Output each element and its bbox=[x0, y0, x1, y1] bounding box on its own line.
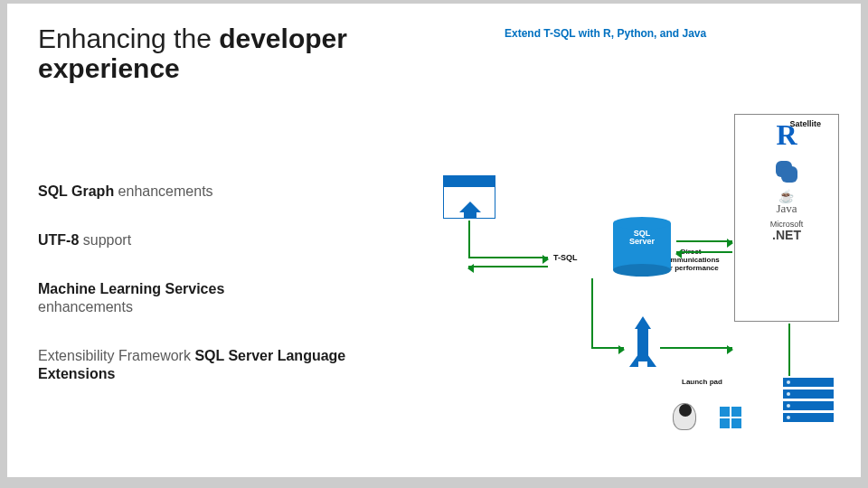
bullet-extensibility: Extensibility Framework SQL Server Langu… bbox=[38, 347, 373, 383]
sql-server-cylinder-icon: SQL Server bbox=[613, 217, 671, 277]
arrow-sql-to-dashboard bbox=[468, 266, 548, 267]
arrow-satellite-to-sql bbox=[676, 251, 732, 253]
arrow-sql-to-launchpad bbox=[591, 347, 624, 349]
bullet-sql-graph: SQL Graph enhancements bbox=[38, 183, 373, 201]
bullet-ml-services: Machine Learning Services enhancements bbox=[38, 280, 373, 316]
tsql-label: T-SQL bbox=[553, 253, 578, 262]
java-logo-icon: ☕ Java bbox=[776, 192, 797, 213]
bullet-text: support bbox=[79, 232, 131, 248]
bullet-bold: UTF-8 bbox=[38, 232, 79, 248]
bullet-bold: SQL Graph bbox=[38, 183, 114, 199]
left-column: Enhancing the developer experience SQL G… bbox=[38, 23, 373, 414]
rocket-icon bbox=[629, 316, 656, 378]
bullet-text: Extensibility Framework bbox=[38, 348, 194, 363]
linux-tux-icon bbox=[673, 403, 696, 430]
arrow-sql-to-satellite bbox=[676, 240, 732, 242]
diagram-subtitle: Extend T-SQL with R, Python, and Java bbox=[505, 27, 706, 40]
language-column: R ☕ Java Microsoft .NET bbox=[735, 115, 838, 241]
satellite-box: R ☕ Java Microsoft .NET bbox=[734, 114, 839, 322]
arrow-dashboard-to-sql bbox=[468, 257, 548, 258]
dotnet-logo-icon: Microsoft .NET bbox=[770, 221, 804, 241]
r-logo-icon: R bbox=[776, 118, 797, 152]
dotnet-big: .NET bbox=[770, 229, 804, 241]
dashboard-icon bbox=[443, 175, 495, 219]
server-rack-icon bbox=[783, 378, 834, 427]
slide: Enhancing the developer experience SQL G… bbox=[7, 4, 861, 477]
bullet-text: enhancements bbox=[38, 299, 133, 314]
sql-server-label: SQL Server bbox=[613, 230, 671, 247]
bullet-text: enhancements bbox=[114, 183, 212, 199]
diagram-area: Extend T-SQL with R, Python, and Java Sa… bbox=[387, 23, 848, 457]
bullet-list: SQL Graph enhancements UTF-8 support Mac… bbox=[38, 183, 373, 383]
title-line-1: Enhancing the bbox=[38, 23, 212, 53]
slide-title: Enhancing the developer experience bbox=[38, 23, 373, 83]
arrow-launchpad-to-satellite bbox=[660, 347, 732, 349]
launchpad-label: Launch pad bbox=[682, 378, 722, 386]
bullet-bold: Machine Learning Services bbox=[38, 281, 224, 296]
arrow-segment bbox=[468, 221, 470, 257]
arrow-segment bbox=[788, 324, 790, 376]
arrow-segment bbox=[591, 278, 593, 347]
python-logo-icon bbox=[774, 159, 799, 184]
java-text: Java bbox=[776, 203, 797, 214]
windows-logo-icon bbox=[720, 407, 741, 428]
bullet-utf8: UTF-8 support bbox=[38, 231, 373, 249]
